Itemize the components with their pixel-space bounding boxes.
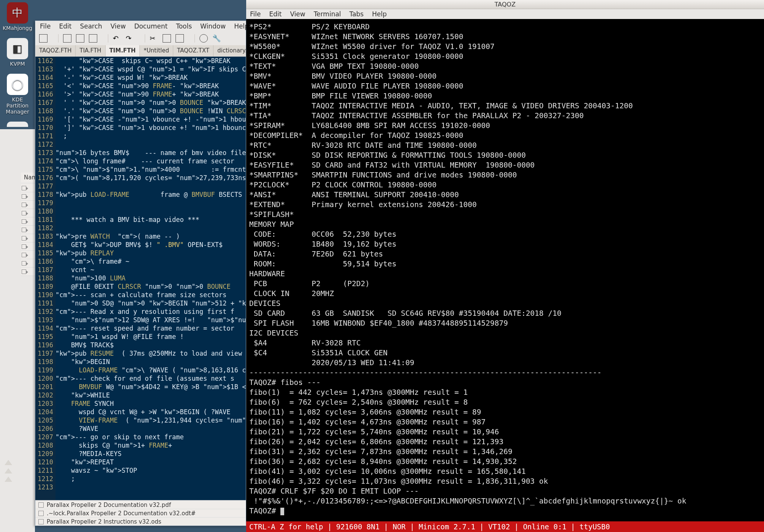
tools-icon[interactable]: 🔧 <box>212 34 221 43</box>
fm-tree-row[interactable] <box>21 242 36 251</box>
line-number-gutter: 1162 1163 1164 1165 1166 1167 1168 1169 … <box>35 57 55 526</box>
desktop-icon-partial[interactable] <box>0 119 35 129</box>
term-menu-file[interactable]: File <box>250 10 261 18</box>
editor-body[interactable]: 1162 1163 1164 1165 1166 1167 1168 1169 … <box>35 57 246 526</box>
tab-tim-fth[interactable]: TIM.FTH <box>106 45 140 57</box>
fm-tree-row[interactable] <box>21 268 36 276</box>
menu-search[interactable]: Search <box>80 22 102 30</box>
search-icon[interactable] <box>199 34 208 43</box>
open-icon[interactable] <box>63 34 71 43</box>
code-area[interactable]: "kw">CASE skips C~ wspd C++ "kw">BREAK '… <box>55 57 246 526</box>
terminal-output[interactable]: *PS2* PS/2 KEYBOARD *EASYNET* WIZnet NET… <box>246 19 764 521</box>
save-icon[interactable] <box>76 34 84 43</box>
term-menu-tabs[interactable]: Tabs <box>350 10 364 18</box>
fm-tree-row[interactable] <box>21 201 36 209</box>
footer-file-row[interactable]: Parallax Propeller 2 Instructions v32.od… <box>35 517 246 526</box>
new-file-icon[interactable] <box>39 34 47 43</box>
folder-icon <box>22 236 26 241</box>
kvpm-icon: ◧ <box>7 38 28 59</box>
folder-icon <box>22 253 26 257</box>
folder-icon <box>22 186 26 190</box>
file-icon <box>38 511 44 516</box>
footer-file-row[interactable]: .~lock.Parallax Propeller 2 Documentatio… <box>35 509 246 517</box>
menu-window[interactable]: Window <box>200 22 226 30</box>
menu-file[interactable]: File <box>40 22 51 30</box>
folder-icon <box>22 244 26 249</box>
fm-tree-row[interactable] <box>21 184 36 192</box>
editor-tabs: TAQOZ.FTH TIA.FTH TIM.FTH *Untitled TAQO… <box>35 45 246 57</box>
menu-tools[interactable]: Tools <box>176 22 192 30</box>
fm-tree-row[interactable] <box>21 217 36 226</box>
desktop-icon-label: KMahjongg <box>1 25 34 31</box>
term-menu-edit[interactable]: Edit <box>269 10 282 18</box>
fm-tree-row[interactable] <box>21 259 36 268</box>
tab-taqoz-txt[interactable]: TAQOZ.TXT <box>173 45 214 57</box>
arrow-up-icon[interactable] <box>5 460 12 465</box>
folder-icon <box>22 203 26 207</box>
tab-untitled[interactable]: *Untitled <box>140 45 173 57</box>
arrow-up-icon[interactable] <box>5 477 12 482</box>
menu-edit[interactable]: Edit <box>59 22 71 30</box>
fm-tree-row[interactable] <box>21 192 36 201</box>
partial-icon <box>7 122 28 127</box>
term-menu-help[interactable]: Help <box>372 10 387 18</box>
desktop-icon-label: KDE Partition Manager <box>1 97 34 115</box>
fm-tree-row[interactable] <box>21 226 36 234</box>
save-all-icon[interactable] <box>89 34 97 43</box>
file-icon <box>38 502 44 508</box>
fm-tree-row[interactable] <box>21 251 36 259</box>
menu-document[interactable]: Document <box>134 22 168 30</box>
editor-menubar: File Edit Search View Document Tools Win… <box>35 21 246 32</box>
desktop-icon-kde-partition[interactable]: ◯ KDE Partition Manager <box>0 71 35 117</box>
folder-icon <box>22 261 26 266</box>
minicom-statusbar: CTRL-A Z for help | 921600 8N1 | NOR | M… <box>246 521 764 532</box>
footer-file-name: .~lock.Parallax Propeller 2 Documentatio… <box>47 510 196 517</box>
folder-icon <box>22 219 26 224</box>
fm-tree-row[interactable] <box>21 234 36 242</box>
kde-partition-icon: ◯ <box>7 74 28 95</box>
panel-scroll-arrows[interactable] <box>5 460 12 482</box>
menu-view[interactable]: View <box>111 22 126 30</box>
copy-icon[interactable] <box>163 34 171 43</box>
desktop-icon-label: KVPM <box>1 61 34 67</box>
undo-icon[interactable]: ↶ <box>113 34 121 43</box>
terminal-menubar: File Edit View Terminal Tabs Help <box>246 9 764 19</box>
editor-toolbar: ↶ ↷ ✂ 🔧 <box>35 32 246 45</box>
desktop-icon-kvpm[interactable]: ◧ KVPM <box>0 36 35 69</box>
desktop-icons: 中 KMahjongg ◧ KVPM ◯ KDE Partition Manag… <box>0 0 35 131</box>
kmahjongg-icon: 中 <box>7 2 28 24</box>
footer-file-name: Parallax Propeller 2 Documentation v32.p… <box>47 502 171 508</box>
arrow-up-icon[interactable] <box>5 468 12 473</box>
tab-taqoz-fth[interactable]: TAQOZ.FTH <box>35 45 76 57</box>
desktop-icon-kmahjongg[interactable]: 中 KMahjongg <box>0 0 35 33</box>
fm-tree <box>21 184 36 276</box>
folder-icon <box>22 211 26 215</box>
cut-icon[interactable]: ✂ <box>150 34 158 43</box>
editor-footer: Parallax Propeller 2 Documentation v32.p… <box>35 500 246 526</box>
tab-dictionary[interactable]: dictionary.twc <box>214 45 246 57</box>
redo-icon[interactable]: ↷ <box>126 34 134 43</box>
editor-window: File Edit Search View Document Tools Win… <box>35 21 246 526</box>
folder-icon <box>22 228 26 232</box>
term-menu-terminal[interactable]: Terminal <box>314 10 341 18</box>
terminal-window: TAQOZ File Edit View Terminal Tabs Help … <box>246 0 764 532</box>
term-menu-view[interactable]: View <box>290 10 305 18</box>
tab-tia-fth[interactable]: TIA.FTH <box>76 45 105 57</box>
fm-tree-row[interactable] <box>21 209 36 217</box>
folder-icon <box>22 194 26 199</box>
footer-file-row[interactable]: Parallax Propeller 2 Documentation v32.p… <box>35 500 246 509</box>
footer-file-name: Parallax Propeller 2 Instructions v32.od… <box>47 518 161 525</box>
paste-icon[interactable] <box>176 34 184 43</box>
terminal-title: TAQOZ <box>246 0 764 9</box>
file-icon <box>38 519 44 524</box>
folder-icon <box>22 269 26 274</box>
